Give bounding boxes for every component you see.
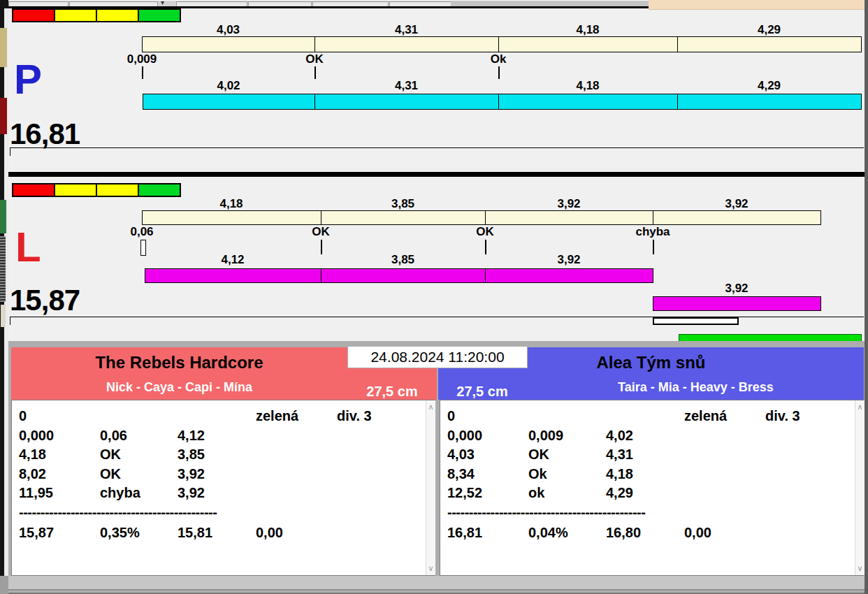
log-cell: 8,02	[19, 467, 46, 481]
marker-tick	[498, 66, 500, 79]
split-time-label: 4,18	[219, 198, 243, 210]
split-time-label: 3,92	[557, 254, 580, 266]
split-bar-segment	[677, 36, 862, 52]
status-light	[96, 183, 139, 197]
left-log-scrollbar[interactable]: ∧ ∨	[426, 400, 435, 575]
split-bar-segment	[321, 210, 486, 225]
log-cell: 11,95	[19, 486, 53, 500]
status-light	[12, 8, 55, 22]
split-bar-segment	[485, 210, 653, 225]
log-total-cell: 0,00	[684, 526, 711, 539]
log-cell: div. 3	[765, 409, 800, 423]
log-cell: OK	[100, 467, 121, 481]
status-light	[138, 183, 181, 197]
right-team-log[interactable]: 0zelenádiv. 30,0000,0094,024,03OK4,318,3…	[440, 400, 864, 576]
split-bar-segment	[653, 210, 821, 225]
log-cell: OK	[100, 447, 121, 461]
status-light	[96, 8, 139, 22]
lane-axis-line	[10, 147, 864, 148]
log-total-cell: 0,35%	[100, 526, 140, 539]
split-bar-segment	[142, 36, 315, 52]
marker-tick	[314, 66, 316, 79]
split-time-label: 4,18	[576, 80, 599, 92]
marker-label: OK	[305, 53, 324, 65]
lane-separator	[8, 172, 865, 177]
split-time-label: 4,31	[395, 24, 418, 36]
log-cell: 3,85	[178, 447, 205, 461]
log-cell: Ok	[528, 467, 547, 481]
log-total-cell: 16,80	[606, 526, 641, 539]
log-cell: 3,92	[178, 467, 205, 481]
log-cell: 4,03	[447, 447, 475, 461]
split-bar-segment	[498, 36, 678, 52]
left-team-jump-height: 27,5 cm	[347, 384, 437, 400]
split-time-label: 4,02	[217, 80, 240, 92]
log-cell: zelená	[684, 409, 727, 423]
marker-label: OK	[312, 226, 330, 238]
marker-label: chyba	[635, 226, 670, 238]
status-light	[12, 183, 55, 197]
right-team-dogs: Taira - Mia - Heavy - Bress	[528, 380, 864, 395]
split-time-label: 3,92	[725, 282, 748, 294]
marker-tick	[321, 240, 322, 254]
log-cell: 0,009	[528, 428, 563, 442]
split-bar-segment	[143, 94, 315, 110]
marker-tick	[485, 240, 486, 254]
log-cell: 0	[19, 409, 27, 423]
split-bar-segment	[498, 94, 678, 110]
split-bar-segment	[314, 36, 499, 52]
left-team-dogs: Nick - Caya - Capi - Mína	[11, 380, 347, 395]
scroll-up-icon[interactable]: ∧	[855, 403, 865, 411]
split-bar-segment	[314, 94, 499, 110]
log-cell: 4,02	[606, 428, 633, 442]
scroll-down-icon[interactable]: ∨	[855, 564, 865, 572]
log-cell: 4,18	[606, 467, 633, 481]
split-bar-segment	[677, 94, 862, 110]
marker-tick	[142, 66, 143, 79]
split-time-label: 4,18	[576, 24, 599, 36]
log-cell: 0,000	[447, 428, 482, 442]
split-time-label: 4,03	[217, 24, 240, 36]
split-time-label: 3,92	[725, 198, 748, 210]
pending-split-box	[653, 317, 739, 325]
log-cell: chyba	[100, 486, 140, 500]
split-bar-segment	[142, 210, 321, 225]
log-total-cell: 15,87	[19, 526, 54, 539]
split-time-label: 3,85	[391, 254, 414, 266]
left-team-log[interactable]: 0zelenádiv. 30,0000,064,124,18OK3,858,02…	[11, 400, 435, 576]
scroll-up-icon[interactable]: ∧	[426, 403, 435, 411]
split-time-label: 3,92	[557, 198, 580, 210]
right-team-jump-height: 27,5 cm	[438, 384, 526, 400]
lane-axis-notch	[10, 317, 10, 325]
log-cell: 0,06	[100, 428, 127, 442]
marker-box	[140, 240, 146, 256]
split-bar-segment	[321, 268, 486, 283]
lane-axis-notch	[10, 148, 10, 156]
status-light	[138, 8, 181, 22]
log-total-cell: 0,00	[256, 526, 283, 539]
heat-datetime: 24.08.2024 11:20:00	[347, 346, 528, 368]
split-bar-segment	[145, 268, 321, 283]
lane-letter: P	[14, 59, 42, 101]
log-cell: 4,31	[606, 447, 633, 461]
log-cell: OK	[528, 447, 549, 461]
lane-letter: L	[15, 226, 41, 268]
log-cell: zelená	[256, 409, 298, 423]
split-bar-segment	[653, 296, 821, 311]
flyball-timing-screen: ▾ 4,034,314,184,294,024,314,184,290,009O…	[0, 0, 868, 594]
right-log-scrollbar[interactable]: ∧ ∨	[855, 400, 865, 575]
scroll-down-icon[interactable]: ∨	[426, 564, 435, 572]
marker-label: Ok	[491, 53, 507, 65]
log-cell: 8,34	[447, 467, 475, 481]
log-cell: 3,92	[178, 486, 205, 500]
status-light	[54, 8, 97, 22]
log-cell: div. 3	[337, 409, 372, 423]
log-separator: ----------------------------------------…	[19, 505, 217, 519]
log-separator: ----------------------------------------…	[447, 505, 645, 519]
split-time-label: 4,29	[758, 24, 781, 36]
marker-label: OK	[476, 226, 494, 238]
split-time-label: 3,85	[391, 198, 414, 210]
split-time-label: 4,31	[395, 80, 418, 92]
log-cell: 0,000	[19, 428, 54, 442]
log-cell: ok	[528, 486, 544, 500]
